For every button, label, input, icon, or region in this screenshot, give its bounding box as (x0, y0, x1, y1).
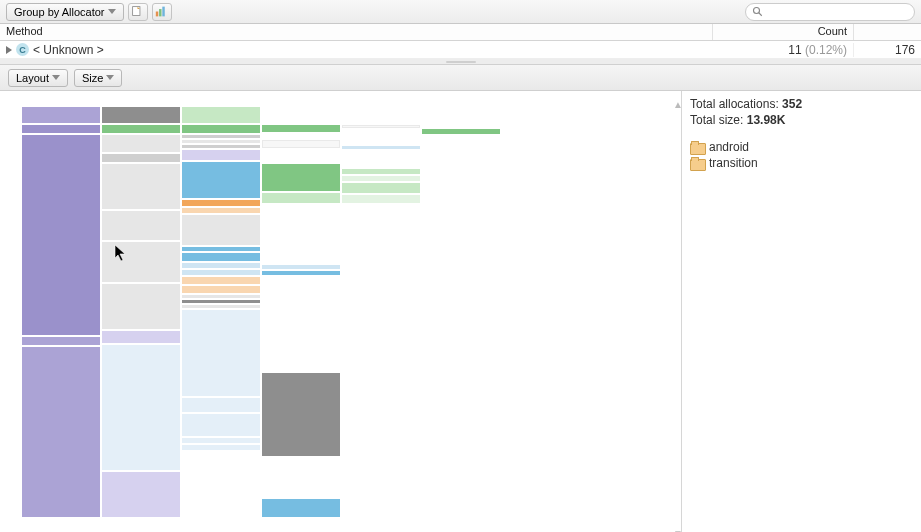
block[interactable] (182, 414, 260, 436)
total-size-label: Total size: (690, 113, 747, 127)
block[interactable] (262, 373, 340, 457)
block[interactable] (262, 125, 340, 133)
record-button[interactable] (128, 3, 148, 21)
block[interactable] (182, 263, 260, 268)
block[interactable] (262, 140, 340, 148)
block[interactable] (262, 499, 340, 517)
record-icon (131, 5, 144, 18)
layout-button[interactable]: Layout (8, 69, 68, 87)
block[interactable] (22, 125, 100, 133)
block[interactable] (182, 247, 260, 251)
block[interactable] (182, 140, 260, 143)
search-icon (752, 6, 764, 18)
block[interactable] (102, 331, 180, 343)
table-row[interactable]: C < Unknown > 11 (0.12%) 176 (0, 41, 921, 59)
vertical-scrollbar[interactable]: ▲ ▼ (673, 101, 679, 522)
block[interactable] (342, 183, 420, 193)
layout-label: Layout (16, 72, 49, 84)
block[interactable] (182, 107, 260, 123)
block[interactable] (342, 169, 420, 174)
icicle-chart (22, 107, 681, 517)
scroll-track[interactable] (673, 109, 679, 530)
disclosure-icon[interactable] (6, 46, 12, 54)
block[interactable] (182, 253, 260, 261)
total-allocations: Total allocations: 352 (690, 97, 913, 111)
method-name: < Unknown > (33, 43, 104, 57)
tree-item-transition[interactable]: transition (690, 155, 913, 171)
block[interactable] (102, 125, 180, 133)
block[interactable] (182, 145, 260, 148)
block[interactable] (262, 193, 340, 203)
block (262, 134, 340, 138)
block[interactable] (182, 300, 260, 303)
block[interactable] (262, 265, 340, 269)
block[interactable] (182, 438, 260, 443)
block[interactable] (182, 286, 260, 293)
block[interactable] (22, 337, 100, 345)
group-by-label: Group by Allocator (14, 6, 105, 18)
details-pane: Total allocations: 352 Total size: 13.98… (681, 91, 921, 532)
visualization-pane[interactable]: ▲ ▼ (0, 91, 681, 532)
column-method[interactable]: Method (0, 24, 713, 40)
block[interactable] (182, 215, 260, 245)
horizontal-splitter[interactable] (0, 59, 921, 65)
count-value: 11 (788, 43, 801, 57)
size-label: Size (82, 72, 103, 84)
block[interactable] (102, 164, 180, 209)
column-count[interactable]: Count (713, 24, 853, 40)
total-alloc-label: Total allocations: (690, 97, 782, 111)
group-by-button[interactable]: Group by Allocator (6, 3, 124, 21)
block[interactable] (102, 472, 180, 517)
block[interactable] (342, 146, 420, 149)
block[interactable] (102, 284, 180, 329)
total-alloc-value: 352 (782, 97, 802, 111)
block[interactable] (182, 445, 260, 450)
svg-rect-3 (162, 7, 164, 17)
svg-rect-1 (156, 12, 158, 17)
block[interactable] (22, 347, 100, 517)
chart-button[interactable] (152, 3, 172, 21)
block[interactable] (182, 162, 260, 198)
block[interactable] (182, 125, 260, 133)
tree-item-android[interactable]: android (690, 139, 913, 155)
total-size-value: 13.98K (747, 113, 786, 127)
block[interactable] (102, 154, 180, 162)
block[interactable] (342, 125, 420, 128)
size-button[interactable]: Size (74, 69, 122, 87)
block[interactable] (182, 150, 260, 160)
package-icon (690, 141, 704, 153)
block[interactable] (22, 135, 100, 335)
tree-item-label: android (709, 140, 749, 154)
block[interactable] (262, 164, 340, 191)
block[interactable] (182, 270, 260, 275)
block[interactable] (102, 107, 180, 123)
block[interactable] (422, 129, 500, 134)
block[interactable] (182, 398, 260, 412)
block[interactable] (182, 208, 260, 213)
block (262, 277, 340, 371)
block[interactable] (22, 107, 100, 123)
scroll-up-icon[interactable]: ▲ (673, 101, 679, 109)
search-input[interactable] (767, 6, 908, 18)
block[interactable] (182, 310, 260, 396)
dropdown-icon (108, 9, 116, 14)
block[interactable] (342, 195, 420, 203)
block[interactable] (102, 211, 180, 240)
dropdown-icon (52, 75, 60, 80)
column-extra[interactable] (853, 24, 921, 40)
search-box[interactable] (745, 3, 915, 21)
block[interactable] (182, 305, 260, 308)
block[interactable] (182, 277, 260, 284)
block[interactable] (102, 135, 180, 153)
block[interactable] (182, 200, 260, 206)
cell-count: 11 (0.12%) (713, 43, 853, 57)
block[interactable] (342, 176, 420, 181)
block[interactable] (182, 295, 260, 298)
block (262, 205, 340, 263)
main-area: ▲ ▼ Total allocations: 352 Total size: 1… (0, 91, 921, 532)
mouse-cursor (114, 244, 128, 265)
block[interactable] (262, 271, 340, 275)
block[interactable] (182, 135, 260, 138)
block (262, 458, 340, 497)
block[interactable] (102, 345, 180, 470)
